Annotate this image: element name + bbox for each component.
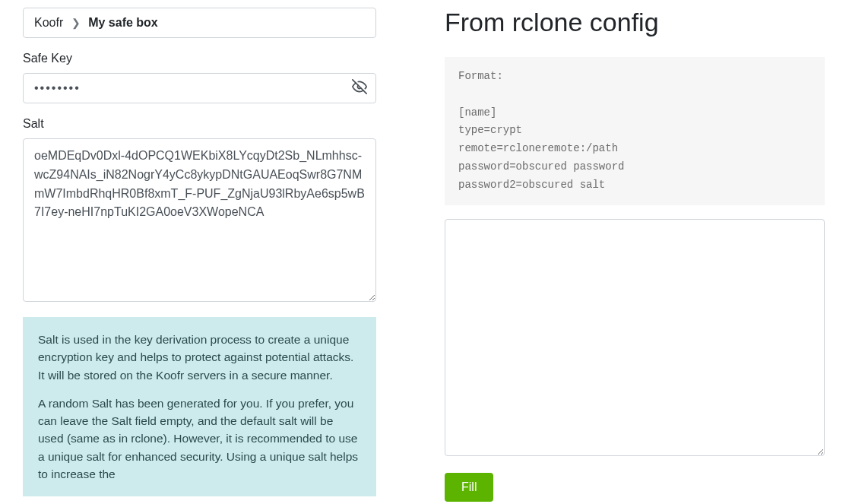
safe-key-label: Safe Key [23,52,376,65]
format-code-block: Format: [name] type=crypt remote=rcloner… [445,57,825,205]
breadcrumb[interactable]: Koofr ❯ My safe box [23,8,376,38]
info-p1: Salt is used in the key derivation proce… [38,331,361,384]
salt-info-box: Salt is used in the key derivation proce… [23,317,376,496]
eye-off-icon[interactable] [352,79,367,97]
breadcrumb-leaf: My safe box [88,16,158,29]
fill-button[interactable]: Fill [445,473,493,502]
salt-input[interactable] [23,138,376,302]
safe-key-input[interactable] [23,73,376,103]
salt-label: Salt [23,117,376,131]
chevron-right-icon: ❯ [71,17,81,29]
rclone-config-input[interactable] [445,219,825,456]
info-p2: A random Salt has been generated for you… [38,395,361,483]
breadcrumb-root[interactable]: Koofr [34,16,63,29]
rclone-config-title: From rclone config [445,8,825,37]
